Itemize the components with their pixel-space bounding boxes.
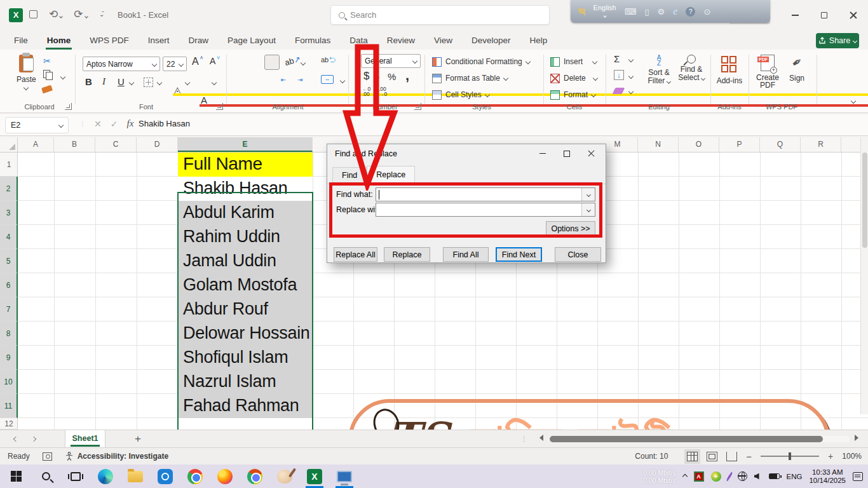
cell-E2-active[interactable]: Shakib Hasan xyxy=(178,177,313,201)
screen-recorder-button[interactable] xyxy=(157,468,173,485)
dialog-maximize-button[interactable] xyxy=(555,144,579,163)
zoom-slider[interactable] xyxy=(761,456,819,457)
underline-button[interactable]: U xyxy=(118,76,125,87)
col-header-N[interactable]: N xyxy=(638,137,679,152)
remote-desktop-button[interactable] xyxy=(336,468,353,485)
power-icon[interactable]: ⊙ xyxy=(703,7,710,17)
row-header-10[interactable]: 10 xyxy=(0,370,18,394)
bottom-align-button[interactable] xyxy=(264,55,280,70)
number-dialog-launcher[interactable] xyxy=(414,103,421,110)
insert-cells-button[interactable]: Insert xyxy=(550,55,597,69)
comma-style-button[interactable]: , xyxy=(405,67,409,84)
tabbar-overflow-dots[interactable]: ⋮ xyxy=(521,435,528,442)
decrease-indent-button[interactable]: ⇤ xyxy=(281,76,292,83)
fill-dropdown-icon[interactable] xyxy=(628,74,634,79)
font-dialog-launcher[interactable] xyxy=(216,103,223,110)
borders-button[interactable] xyxy=(144,78,153,87)
formula-value[interactable]: Shakib Hasan xyxy=(139,119,190,128)
clipboard-dialog-launcher[interactable] xyxy=(65,103,72,110)
decrease-decimal-button[interactable]: .00→0 xyxy=(379,86,387,97)
avro-keyboard-toolbar[interactable]: অ English ⌨ ▯ ⚙ e ? ⊙ xyxy=(571,0,770,23)
volume-icon[interactable] xyxy=(754,473,759,480)
copy-dropdown-icon[interactable] xyxy=(60,74,65,79)
dialog-minimize-button[interactable] xyxy=(531,144,555,163)
settings-gear-icon[interactable]: ⚙ xyxy=(658,7,665,17)
vertical-scrollbar[interactable] xyxy=(860,137,868,414)
chrome-button[interactable] xyxy=(187,468,203,485)
input-language[interactable]: ENG xyxy=(787,473,803,480)
zoom-out-icon[interactable]: − xyxy=(746,451,752,462)
replace-with-dropdown-icon[interactable] xyxy=(581,203,595,216)
file-explorer-button[interactable] xyxy=(127,468,144,485)
decrease-font-button[interactable]: A˅ xyxy=(210,56,215,66)
cell-E9[interactable]: Shofiqul Islam xyxy=(178,346,313,370)
cell-E3[interactable]: Abdul Karim xyxy=(178,201,313,225)
col-header-A[interactable]: A xyxy=(18,137,54,152)
keyboard-icon[interactable]: ⌨ xyxy=(625,7,637,17)
merge-center-button[interactable]: ↔ xyxy=(321,75,334,84)
copy-button[interactable] xyxy=(43,70,53,80)
cell-E7[interactable]: Abdur Rouf xyxy=(178,297,313,322)
maximize-button[interactable] xyxy=(810,0,839,30)
tray-expand-icon[interactable] xyxy=(682,473,687,478)
cell-E4[interactable]: Rahim Uddin xyxy=(178,225,313,249)
excel-app-icon[interactable]: X xyxy=(9,8,23,22)
cancel-entry-icon[interactable]: ✕ xyxy=(94,119,102,129)
percent-style-button[interactable]: % xyxy=(388,71,396,82)
row-header-12[interactable]: 12 xyxy=(0,418,18,430)
col-header-O[interactable]: O xyxy=(679,137,719,152)
delete-cells-button[interactable]: Delete xyxy=(550,71,597,85)
vertical-scroll-thumb[interactable] xyxy=(862,152,867,248)
add-ins-button[interactable]: Add-ins xyxy=(714,56,745,85)
edge-button[interactable] xyxy=(97,468,114,485)
zoom-level[interactable]: 100% xyxy=(842,452,862,461)
font-name-combo[interactable]: Aptos Narrow xyxy=(83,57,160,71)
page-layout-view-icon[interactable] xyxy=(707,452,717,461)
tab-find[interactable]: Find xyxy=(332,167,367,184)
close-button[interactable] xyxy=(839,0,868,30)
close-dialog-button[interactable]: Close xyxy=(555,247,601,262)
tab-data[interactable]: Data xyxy=(348,33,369,48)
insert-function-icon[interactable]: fx xyxy=(126,118,133,129)
cell-E1-full-name[interactable]: Full Name xyxy=(178,152,313,177)
dialog-close-icon[interactable] xyxy=(579,144,603,163)
col-header-D[interactable]: D xyxy=(137,137,178,152)
normal-view-icon[interactable] xyxy=(687,452,698,461)
start-button[interactable] xyxy=(8,468,24,485)
row-header-4[interactable]: 4 xyxy=(0,225,18,249)
firefox-button[interactable] xyxy=(217,468,233,485)
autosum-button[interactable]: Σ xyxy=(614,53,620,64)
horizontal-scrollbar[interactable] xyxy=(537,433,861,444)
sort-filter-button[interactable]: AZ Sort &Filter xyxy=(643,55,675,85)
tab-file[interactable]: File xyxy=(13,33,29,48)
name-box[interactable]: E2 xyxy=(5,117,69,133)
sign-pdf-button[interactable]: ✒ Sign xyxy=(785,55,808,83)
cut-button[interactable]: ✂ xyxy=(43,56,51,66)
sheet-tab-sheet1[interactable]: Sheet1 xyxy=(65,430,105,447)
find-all-button[interactable]: Find All xyxy=(443,247,489,262)
row-header-9[interactable]: 9 xyxy=(0,346,18,370)
format-cells-button[interactable]: Format xyxy=(550,88,595,102)
col-header-Q[interactable]: Q xyxy=(760,137,801,152)
confirm-entry-icon[interactable]: ✓ xyxy=(111,119,118,129)
row-header-1[interactable]: 1 xyxy=(0,152,18,177)
cell-E11[interactable]: Fahad Rahman xyxy=(178,394,313,418)
next-sheet-icon[interactable] xyxy=(31,436,36,441)
col-header-B[interactable]: B xyxy=(54,137,95,152)
select-all-corner[interactable] xyxy=(0,137,18,152)
find-next-button[interactable]: Find Next xyxy=(496,247,542,262)
tab-review[interactable]: Review xyxy=(386,33,416,48)
row-header-3[interactable]: 3 xyxy=(0,201,18,225)
security-tray-icon[interactable]: + xyxy=(711,471,721,482)
find-what-dropdown-icon[interactable] xyxy=(581,188,595,201)
avro-icon[interactable]: অ xyxy=(578,5,585,18)
redo-icon[interactable]: ⟳ xyxy=(74,8,87,21)
add-sheet-button[interactable]: + xyxy=(135,434,141,444)
search-box[interactable]: Search xyxy=(330,5,550,25)
italic-button[interactable]: I xyxy=(102,76,105,87)
col-header-E[interactable]: E xyxy=(178,137,313,152)
clipboard-tool-icon[interactable]: ▯ xyxy=(644,7,649,17)
find-what-input[interactable] xyxy=(376,187,595,201)
autosum-dropdown-icon[interactable] xyxy=(628,57,634,62)
avro-language-selector[interactable]: English xyxy=(593,4,616,18)
